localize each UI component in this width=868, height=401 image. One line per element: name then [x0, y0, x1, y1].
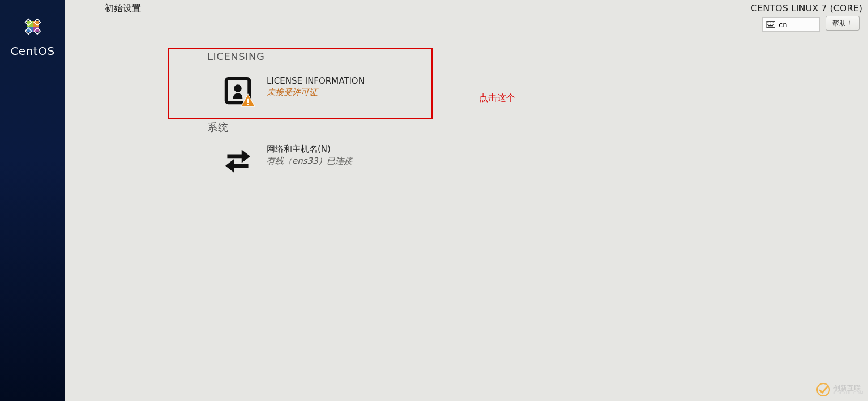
warning-badge-icon [241, 93, 255, 108]
svg-rect-16 [770, 24, 771, 24]
annotation-text: 点击这个 [479, 92, 515, 104]
watermark: 创新互联 CDCXHL.COM [816, 383, 863, 396]
language-selector[interactable]: cn [762, 17, 820, 32]
spoke-network-status: 有线（ens33）已连接 [267, 156, 352, 167]
svg-rect-18 [773, 24, 774, 24]
svg-point-24 [817, 383, 829, 396]
svg-rect-17 [772, 24, 772, 24]
svg-rect-15 [769, 24, 769, 24]
svg-rect-13 [773, 23, 774, 23]
section-label-system: 系统 [207, 121, 228, 134]
spoke-license-information[interactable]: LICENSE INFORMATION 未接受许可证 [223, 76, 365, 106]
language-code: cn [779, 20, 787, 29]
section-label-licensing: LICENSING [207, 50, 264, 62]
watermark-text: 创新互联 [833, 385, 863, 391]
license-icon [223, 76, 253, 106]
sidebar: CentOS [0, 0, 65, 401]
svg-rect-19 [768, 25, 773, 26]
svg-rect-10 [769, 23, 769, 23]
spoke-license-title: LICENSE INFORMATION [267, 76, 365, 86]
help-button[interactable]: 帮助！ [826, 16, 860, 31]
main-area: 初始设置 CENTOS LINUX 7 (CORE) cn 帮助！ 点击这个 L… [65, 0, 868, 401]
watermark-icon [816, 383, 830, 396]
svg-rect-22 [247, 99, 249, 103]
spoke-network-title: 网络和主机名(N) [267, 144, 352, 155]
header: 初始设置 CENTOS LINUX 7 (CORE) cn 帮助！ [65, 0, 868, 32]
svg-rect-12 [772, 23, 772, 23]
svg-rect-9 [767, 23, 768, 23]
svg-rect-11 [770, 23, 771, 23]
os-label: CENTOS LINUX 7 (CORE) [751, 3, 862, 14]
watermark-sub: CDCXHL.COM [833, 391, 863, 395]
keyboard-icon [766, 21, 775, 28]
page-title: 初始设置 [105, 3, 141, 15]
help-button-label: 帮助！ [832, 19, 853, 28]
spoke-license-status: 未接受许可证 [267, 87, 365, 98]
centos-logo-icon [19, 12, 47, 41]
spoke-network-hostname[interactable]: 网络和主机名(N) 有线（ens33）已连接 [223, 144, 352, 174]
sidebar-product-name: CentOS [10, 44, 54, 58]
network-icon [223, 144, 253, 174]
svg-rect-14 [767, 24, 768, 24]
svg-rect-23 [247, 104, 249, 105]
svg-point-21 [234, 84, 242, 92]
